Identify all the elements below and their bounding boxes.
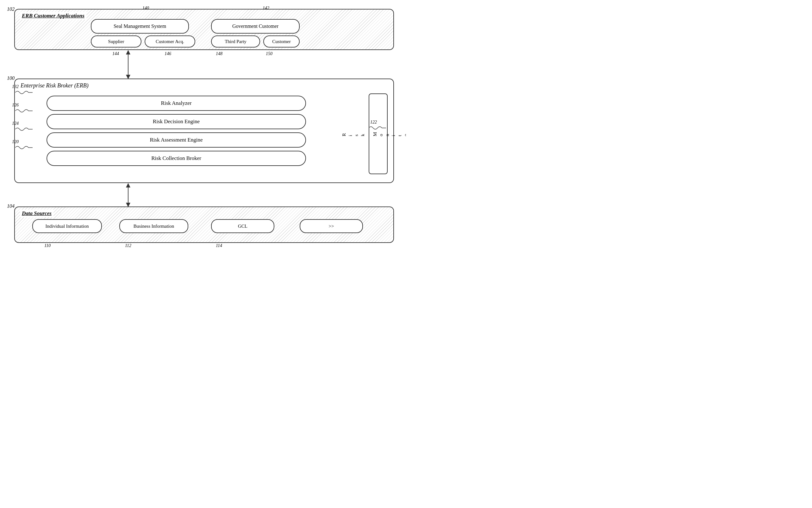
squiggle-126 xyxy=(15,107,33,115)
box-individual-info: Individual Information xyxy=(32,219,102,233)
squiggle-132 xyxy=(15,88,33,97)
arrow-top-mid xyxy=(120,50,136,79)
svg-marker-4 xyxy=(126,183,130,187)
ref-102: 102 xyxy=(7,6,14,12)
box-more: >> xyxy=(300,219,363,233)
ref-122: 122 xyxy=(370,120,377,125)
squiggle-122 xyxy=(369,124,386,132)
ref-144: 144 xyxy=(112,51,119,56)
ref-146: 146 xyxy=(164,51,171,56)
ref-140: 140 xyxy=(142,6,149,11)
ref-132: 132 xyxy=(12,84,19,89)
diagram-container: ERB Customer Applications Seal Managemen… xyxy=(0,0,406,254)
box-customer-acq: Customer Acq. xyxy=(145,36,195,47)
section-erb: Enterprise Risk Broker (ERB) Risk Analyz… xyxy=(14,79,394,183)
box-risk-decision: Risk Decision Engine xyxy=(47,114,306,129)
box-supplier: Supplier xyxy=(91,36,141,47)
box-seal-mgmt: Seal Management System xyxy=(91,19,189,34)
ref-142: 142 xyxy=(262,6,269,11)
ref-150: 150 xyxy=(266,51,273,56)
box-risk-assessment: Risk Assessment Engine xyxy=(47,132,306,147)
section-datasources: Data Sources Individual Information Busi… xyxy=(14,207,394,243)
ref-148: 148 xyxy=(216,51,223,56)
datasources-title: Data Sources xyxy=(20,210,53,217)
erb-apps-title: ERB Customer Applications xyxy=(20,12,86,19)
ref-124: 124 xyxy=(12,121,19,126)
ref-104: 104 xyxy=(7,203,14,209)
svg-marker-5 xyxy=(126,203,130,207)
ref-110: 110 xyxy=(44,243,51,248)
box-risk-analyzer: Risk Analyzer xyxy=(47,96,306,111)
arrow-mid-bot xyxy=(120,183,136,207)
ref-120: 120 xyxy=(12,139,19,144)
box-third-party: Third Party xyxy=(211,36,260,47)
ref-100: 100 xyxy=(7,75,14,81)
svg-marker-2 xyxy=(126,75,130,79)
box-gcl: GCL xyxy=(211,219,274,233)
squiggle-124 xyxy=(15,125,33,134)
ref-126: 126 xyxy=(12,102,19,108)
ref-114: 114 xyxy=(216,243,222,248)
svg-marker-1 xyxy=(126,50,130,54)
section-erb-apps: ERB Customer Applications Seal Managemen… xyxy=(14,9,394,50)
risk-monitor: RiskMonitor xyxy=(369,93,388,174)
box-risk-collection: Risk Collection Broker xyxy=(47,151,306,166)
squiggle-120 xyxy=(15,143,33,152)
box-business-info: Business Information xyxy=(119,219,188,233)
box-customer: Customer xyxy=(263,36,300,47)
ref-112: 112 xyxy=(125,243,131,248)
box-govt-customer: Government Customer xyxy=(211,19,300,34)
